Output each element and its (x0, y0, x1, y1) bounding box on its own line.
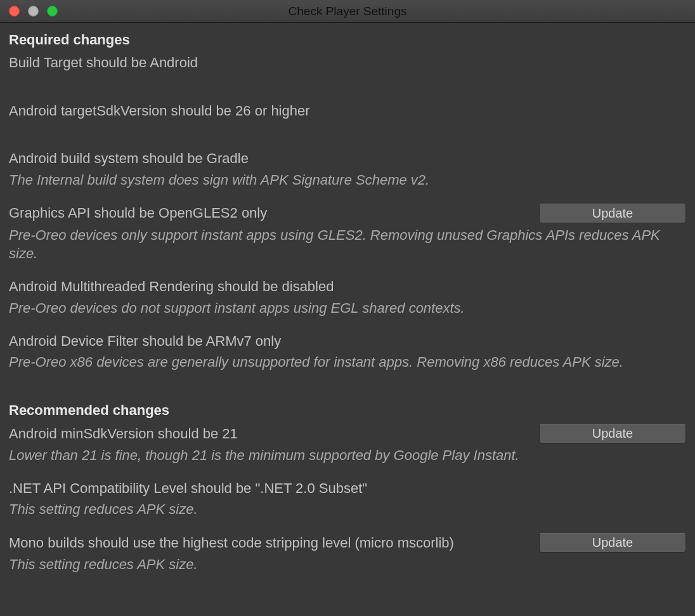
window-title: Check Player Settings (0, 4, 695, 18)
required-changes-header: Required changes (9, 32, 686, 48)
check-item-title: Android Device Filter should be ARMv7 on… (9, 332, 686, 351)
check-item-title: .NET API Compatibility Level should be "… (9, 479, 686, 498)
recommended-changes-header: Recommended changes (9, 402, 686, 419)
check-item-description: Pre-Oreo x86 devices are generally unsup… (9, 353, 686, 372)
check-item-title: Mono builds should use the highest code … (9, 534, 531, 553)
close-icon[interactable] (9, 6, 20, 16)
check-item: Build Target should be Android (9, 53, 686, 72)
check-item: Android Multithreaded Rendering should b… (9, 277, 686, 317)
check-item: .NET API Compatibility Level should be "… (9, 479, 686, 519)
window-titlebar: Check Player Settings (0, 0, 695, 23)
check-item-description: This setting reduces APK size. (9, 500, 686, 519)
check-item-title: Android targetSdkVersion should be 26 or… (9, 102, 686, 121)
update-button[interactable]: Update (539, 533, 686, 553)
check-item-description: The Internal build system does sign with… (9, 171, 686, 190)
update-button[interactable]: Update (539, 424, 686, 443)
check-item-title: Android build system should be Gradle (9, 149, 686, 168)
window-controls (9, 6, 58, 16)
check-item-description: Pre-Oreo devices only support instant ap… (9, 226, 686, 263)
check-item-description: Lower than 21 is fine, though 21 is the … (9, 446, 686, 465)
check-item: Mono builds should use the highest code … (9, 533, 686, 574)
minimize-icon[interactable] (28, 6, 39, 16)
check-item: Graphics API should be OpenGLES2 only Up… (9, 204, 686, 263)
check-item-title: Android Multithreaded Rendering should b… (9, 277, 686, 296)
maximize-icon[interactable] (47, 6, 58, 16)
content-pane: Required changes Build Target should be … (0, 23, 695, 579)
update-button[interactable]: Update (539, 204, 686, 223)
check-item: Android minSdkVersion should be 21 Updat… (9, 424, 686, 465)
check-item: Android build system should be Gradle Th… (9, 149, 686, 189)
check-item-title: Graphics API should be OpenGLES2 only (9, 204, 531, 223)
check-item: Android Device Filter should be ARMv7 on… (9, 332, 686, 372)
check-item-description: This setting reduces APK size. (9, 555, 686, 574)
check-item-title: Android minSdkVersion should be 21 (9, 424, 531, 443)
check-item: Android targetSdkVersion should be 26 or… (9, 102, 686, 121)
check-item-description: Pre-Oreo devices do not support instant … (9, 299, 686, 318)
check-item-title: Build Target should be Android (9, 53, 686, 72)
